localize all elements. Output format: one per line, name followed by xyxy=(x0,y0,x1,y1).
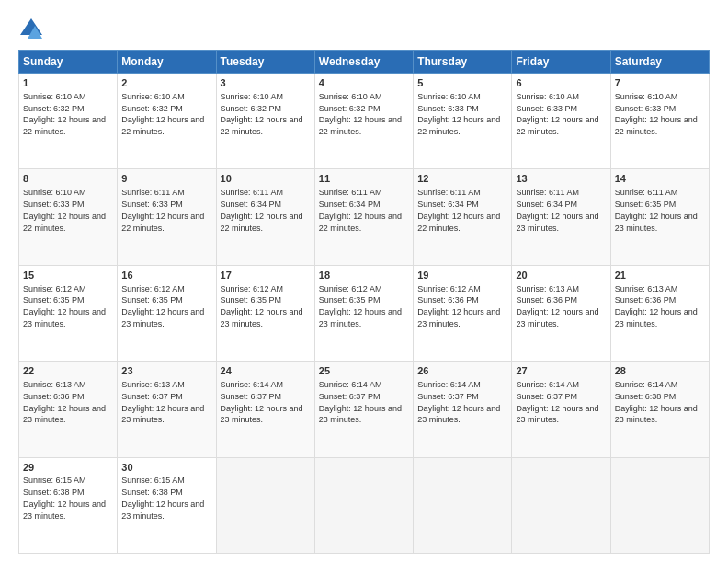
day-sunrise: Sunrise: 6:11 AM xyxy=(319,188,382,197)
day-daylight: Daylight: 12 hours and 23 minutes. xyxy=(319,307,402,328)
calendar-cell xyxy=(610,457,709,553)
day-sunset: Sunset: 6:34 PM xyxy=(516,200,577,209)
day-sunset: Sunset: 6:34 PM xyxy=(417,200,479,209)
calendar-cell: 28Sunrise: 6:14 AMSunset: 6:38 PMDayligh… xyxy=(610,362,709,457)
calendar-cell xyxy=(512,457,610,553)
day-number: 28 xyxy=(615,364,705,378)
day-daylight: Daylight: 12 hours and 23 minutes. xyxy=(221,307,303,328)
calendar-table: SundayMondayTuesdayWednesdayThursdayFrid… xyxy=(18,50,710,554)
day-sunset: Sunset: 6:37 PM xyxy=(516,392,577,401)
day-daylight: Daylight: 12 hours and 23 minutes. xyxy=(121,500,204,521)
logo xyxy=(18,17,48,42)
day-daylight: Daylight: 12 hours and 23 minutes. xyxy=(23,404,106,425)
day-sunrise: Sunrise: 6:12 AM xyxy=(121,284,185,293)
day-number: 18 xyxy=(319,269,409,282)
day-daylight: Daylight: 12 hours and 23 minutes. xyxy=(516,404,598,425)
day-sunrise: Sunrise: 6:11 AM xyxy=(417,188,481,197)
weekday-header-tuesday: Tuesday xyxy=(216,51,314,74)
calendar-cell: 23Sunrise: 6:13 AMSunset: 6:37 PMDayligh… xyxy=(118,362,216,457)
day-sunrise: Sunrise: 6:14 AM xyxy=(221,380,284,389)
day-number: 10 xyxy=(221,172,311,186)
day-number: 4 xyxy=(319,76,409,90)
day-sunrise: Sunrise: 6:11 AM xyxy=(121,188,185,197)
day-sunrise: Sunrise: 6:11 AM xyxy=(615,188,678,197)
calendar-cell: 5Sunrise: 6:10 AMSunset: 6:33 PMDaylight… xyxy=(414,74,512,169)
day-sunset: Sunset: 6:38 PM xyxy=(121,488,183,497)
day-sunset: Sunset: 6:35 PM xyxy=(221,295,282,304)
day-sunset: Sunset: 6:33 PM xyxy=(417,104,479,113)
calendar-cell: 19Sunrise: 6:12 AMSunset: 6:36 PMDayligh… xyxy=(414,265,512,361)
day-daylight: Daylight: 12 hours and 23 minutes. xyxy=(121,404,204,425)
day-sunrise: Sunrise: 6:13 AM xyxy=(615,284,678,293)
calendar-cell: 25Sunrise: 6:14 AMSunset: 6:37 PMDayligh… xyxy=(314,362,413,457)
day-sunrise: Sunrise: 6:10 AM xyxy=(23,188,86,197)
day-sunrise: Sunrise: 6:11 AM xyxy=(221,188,284,197)
calendar-cell: 18Sunrise: 6:12 AMSunset: 6:35 PMDayligh… xyxy=(314,265,413,361)
day-sunrise: Sunrise: 6:10 AM xyxy=(516,92,579,101)
day-number: 7 xyxy=(615,76,705,90)
weekday-header-monday: Monday xyxy=(118,51,216,74)
calendar-cell: 20Sunrise: 6:13 AMSunset: 6:36 PMDayligh… xyxy=(512,265,610,361)
calendar-cell: 26Sunrise: 6:14 AMSunset: 6:37 PMDayligh… xyxy=(414,362,512,457)
calendar-cell: 1Sunrise: 6:10 AMSunset: 6:32 PMDaylight… xyxy=(19,74,118,169)
day-number: 13 xyxy=(516,172,606,186)
day-sunrise: Sunrise: 6:10 AM xyxy=(221,92,284,101)
day-sunrise: Sunrise: 6:13 AM xyxy=(516,284,579,293)
day-sunset: Sunset: 6:35 PM xyxy=(615,200,677,209)
day-number: 17 xyxy=(221,269,311,282)
calendar-cell: 30Sunrise: 6:15 AMSunset: 6:38 PMDayligh… xyxy=(118,457,216,553)
day-sunrise: Sunrise: 6:10 AM xyxy=(319,92,382,101)
day-number: 26 xyxy=(417,364,507,378)
day-daylight: Daylight: 12 hours and 23 minutes. xyxy=(23,500,106,521)
day-sunrise: Sunrise: 6:15 AM xyxy=(23,476,86,485)
day-sunset: Sunset: 6:32 PM xyxy=(319,104,381,113)
day-sunset: Sunset: 6:36 PM xyxy=(417,295,479,304)
day-number: 2 xyxy=(121,76,211,90)
calendar-week-2: 8Sunrise: 6:10 AMSunset: 6:33 PMDaylight… xyxy=(19,169,710,265)
day-daylight: Daylight: 12 hours and 22 minutes. xyxy=(23,115,106,136)
day-daylight: Daylight: 12 hours and 22 minutes. xyxy=(221,115,303,136)
weekday-header-wednesday: Wednesday xyxy=(314,51,413,74)
day-sunrise: Sunrise: 6:12 AM xyxy=(319,284,382,293)
day-sunset: Sunset: 6:36 PM xyxy=(516,295,577,304)
day-daylight: Daylight: 12 hours and 22 minutes. xyxy=(615,115,698,136)
day-number: 25 xyxy=(319,364,409,378)
day-sunrise: Sunrise: 6:14 AM xyxy=(516,380,579,389)
day-number: 6 xyxy=(516,76,606,90)
day-daylight: Daylight: 12 hours and 23 minutes. xyxy=(417,404,500,425)
weekday-header-friday: Friday xyxy=(512,51,610,74)
day-sunset: Sunset: 6:37 PM xyxy=(221,392,282,401)
day-sunset: Sunset: 6:37 PM xyxy=(319,392,381,401)
day-daylight: Daylight: 12 hours and 23 minutes. xyxy=(417,307,500,328)
day-sunrise: Sunrise: 6:15 AM xyxy=(121,476,185,485)
calendar-cell xyxy=(216,457,314,553)
calendar-cell: 24Sunrise: 6:14 AMSunset: 6:37 PMDayligh… xyxy=(216,362,314,457)
calendar-cell xyxy=(314,457,413,553)
weekday-header-saturday: Saturday xyxy=(610,51,709,74)
calendar-cell: 29Sunrise: 6:15 AMSunset: 6:38 PMDayligh… xyxy=(19,457,118,553)
calendar-cell: 27Sunrise: 6:14 AMSunset: 6:37 PMDayligh… xyxy=(512,362,610,457)
day-sunset: Sunset: 6:32 PM xyxy=(221,104,282,113)
day-sunrise: Sunrise: 6:14 AM xyxy=(615,380,678,389)
day-sunrise: Sunrise: 6:12 AM xyxy=(417,284,481,293)
day-number: 3 xyxy=(221,76,311,90)
day-daylight: Daylight: 12 hours and 22 minutes. xyxy=(417,115,500,136)
day-sunset: Sunset: 6:37 PM xyxy=(417,392,479,401)
day-daylight: Daylight: 12 hours and 23 minutes. xyxy=(23,307,106,328)
calendar-week-1: 1Sunrise: 6:10 AMSunset: 6:32 PMDaylight… xyxy=(19,74,710,169)
day-daylight: Daylight: 12 hours and 22 minutes. xyxy=(121,115,204,136)
day-sunrise: Sunrise: 6:10 AM xyxy=(23,92,86,101)
day-sunset: Sunset: 6:33 PM xyxy=(121,200,183,209)
day-number: 21 xyxy=(615,269,705,282)
day-sunset: Sunset: 6:32 PM xyxy=(23,104,85,113)
day-sunset: Sunset: 6:35 PM xyxy=(319,295,381,304)
day-daylight: Daylight: 12 hours and 22 minutes. xyxy=(516,115,598,136)
day-sunset: Sunset: 6:33 PM xyxy=(615,104,677,113)
day-sunrise: Sunrise: 6:14 AM xyxy=(417,380,481,389)
day-daylight: Daylight: 12 hours and 23 minutes. xyxy=(221,404,303,425)
day-sunset: Sunset: 6:32 PM xyxy=(121,104,183,113)
day-daylight: Daylight: 12 hours and 23 minutes. xyxy=(615,307,698,328)
day-sunrise: Sunrise: 6:10 AM xyxy=(121,92,185,101)
calendar-cell: 17Sunrise: 6:12 AMSunset: 6:35 PMDayligh… xyxy=(216,265,314,361)
calendar-cell: 10Sunrise: 6:11 AMSunset: 6:34 PMDayligh… xyxy=(216,169,314,265)
